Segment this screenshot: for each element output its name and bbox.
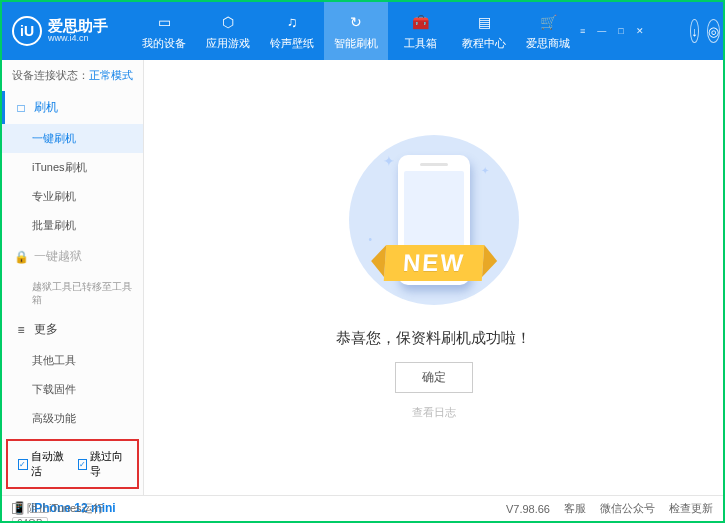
sidebar-item[interactable]: iTunes刷机	[2, 153, 143, 182]
app-logo: iU 爱思助手 www.i4.cn	[12, 16, 132, 46]
nav-label: 爱思商城	[526, 36, 570, 51]
sidebar-item[interactable]: 高级功能	[2, 404, 143, 433]
phone-icon: ▭	[154, 12, 174, 32]
svg-text:♫: ♫	[287, 14, 298, 30]
sidebar-item[interactable]: 专业刷机	[2, 182, 143, 211]
footer: 阻止iTunes运行 V7.98.66 客服 微信公众号 检查更新	[2, 495, 723, 521]
apps-icon: ⬡	[218, 12, 238, 32]
option-checkbox[interactable]: ✓自动激活	[18, 449, 68, 479]
status-value: 正常模式	[89, 69, 133, 81]
svg-text:🛒: 🛒	[540, 14, 558, 31]
download-button[interactable]: ↓	[690, 19, 699, 43]
check-label: 自动激活	[31, 449, 68, 479]
check-label: 跳过向导	[90, 449, 127, 479]
toolbox-icon: 🧰	[410, 12, 430, 32]
main-panel: ✦ ✦ • NEW 恭喜您，保资料刷机成功啦！ 确定 查看日志	[144, 60, 723, 495]
minimize-button[interactable]: —	[597, 26, 606, 36]
success-message: 恭喜您，保资料刷机成功啦！	[336, 329, 531, 348]
svg-text:⬡: ⬡	[222, 14, 234, 30]
section-title: 刷机	[34, 99, 58, 116]
music-icon: ♫	[282, 12, 302, 32]
cart-icon: 🛒	[538, 12, 558, 32]
nav-label: 应用游戏	[206, 36, 250, 51]
refresh-icon: ↻	[346, 12, 366, 32]
option-checkbox[interactable]: ✓跳过向导	[78, 449, 128, 479]
titlebar: iU 爱思助手 www.i4.cn ▭我的设备⬡应用游戏♫铃声壁纸↻智能刷机🧰工…	[2, 2, 723, 60]
sidebar-item[interactable]: 一键刷机	[2, 124, 143, 153]
nav-music[interactable]: ♫铃声壁纸	[260, 2, 324, 60]
nav-apps[interactable]: ⬡应用游戏	[196, 2, 260, 60]
maximize-button[interactable]: □	[618, 26, 623, 36]
section-title: 更多	[34, 321, 58, 338]
update-link[interactable]: 检查更新	[669, 501, 713, 516]
svg-text:↻: ↻	[350, 14, 362, 30]
user-button[interactable]: ◎	[707, 19, 720, 43]
section-更多[interactable]: ≡更多	[2, 313, 143, 346]
nav-label: 智能刷机	[334, 36, 378, 51]
nav-phone[interactable]: ▭我的设备	[132, 2, 196, 60]
status-label: 设备连接状态：	[12, 69, 89, 81]
nav-label: 铃声壁纸	[270, 36, 314, 51]
nav-cart[interactable]: 🛒爱思商城	[516, 2, 580, 60]
checkbox-icon	[12, 503, 23, 514]
logo-icon: iU	[12, 16, 42, 46]
section-icon: □	[14, 101, 28, 115]
nav-label: 教程中心	[462, 36, 506, 51]
service-link[interactable]: 客服	[564, 501, 586, 516]
svg-text:🧰: 🧰	[412, 14, 430, 31]
section-刷机[interactable]: □刷机	[2, 91, 143, 124]
block-itunes-checkbox[interactable]: 阻止iTunes运行	[12, 501, 104, 516]
section-一键越狱[interactable]: 🔒一键越狱	[2, 240, 143, 273]
section-icon: 🔒	[14, 250, 28, 264]
window-controls: ≡ — □ ✕ ↓ ◎	[580, 19, 720, 43]
svg-text:▭: ▭	[158, 14, 171, 30]
section-icon: ≡	[14, 323, 28, 337]
body: 设备连接状态：正常模式 □刷机一键刷机iTunes刷机专业刷机批量刷机🔒一键越狱…	[2, 60, 723, 495]
ok-button[interactable]: 确定	[395, 362, 473, 393]
sidebar: 设备连接状态：正常模式 □刷机一键刷机iTunes刷机专业刷机批量刷机🔒一键越狱…	[2, 60, 144, 495]
nav-refresh[interactable]: ↻智能刷机	[324, 2, 388, 60]
new-banner: NEW	[383, 245, 484, 281]
app-window: iU 爱思助手 www.i4.cn ▭我的设备⬡应用游戏♫铃声壁纸↻智能刷机🧰工…	[0, 0, 725, 523]
close-button[interactable]: ✕	[636, 26, 644, 36]
svg-text:▤: ▤	[478, 14, 491, 30]
device-status: 设备连接状态：正常模式	[2, 60, 143, 91]
block-itunes-label: 阻止iTunes运行	[27, 501, 104, 516]
wechat-link[interactable]: 微信公众号	[600, 501, 655, 516]
app-title: 爱思助手	[48, 18, 108, 35]
menu-icon[interactable]: ≡	[580, 26, 585, 36]
view-log-link[interactable]: 查看日志	[412, 405, 456, 420]
section-title: 一键越狱	[34, 248, 82, 265]
check-icon: ✓	[18, 459, 28, 470]
sidebar-item[interactable]: 批量刷机	[2, 211, 143, 240]
sidebar-item[interactable]: 下载固件	[2, 375, 143, 404]
nav-label: 工具箱	[404, 36, 437, 51]
success-illustration: ✦ ✦ • NEW	[349, 135, 519, 305]
main-nav: ▭我的设备⬡应用游戏♫铃声壁纸↻智能刷机🧰工具箱▤教程中心🛒爱思商城	[132, 2, 580, 60]
options-highlight-box: ✓自动激活✓跳过向导	[6, 439, 139, 489]
app-subtitle: www.i4.cn	[48, 34, 108, 44]
nav-book[interactable]: ▤教程中心	[452, 2, 516, 60]
sidebar-item[interactable]: 其他工具	[2, 346, 143, 375]
sidebar-item: 越狱工具已转移至工具箱	[2, 273, 143, 313]
nav-toolbox[interactable]: 🧰工具箱	[388, 2, 452, 60]
nav-label: 我的设备	[142, 36, 186, 51]
version-label: V7.98.66	[506, 503, 550, 515]
check-icon: ✓	[78, 459, 88, 470]
book-icon: ▤	[474, 12, 494, 32]
